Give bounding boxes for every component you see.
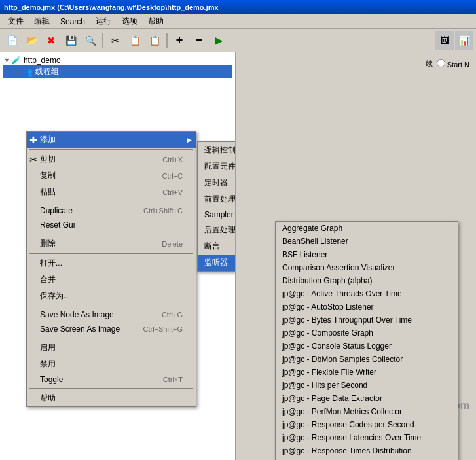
ctx-config-element[interactable]: 配置元件 xyxy=(198,158,236,175)
ctx-open[interactable]: 打开... xyxy=(27,255,196,272)
add-button[interactable]: + xyxy=(170,31,189,50)
browse-button[interactable]: 🔍 xyxy=(81,31,100,50)
ctx-enable[interactable]: 启用 xyxy=(27,340,196,356)
menu-bar: 文件 编辑 Search 运行 选项 帮助 xyxy=(0,14,476,29)
ctx-reset-gui[interactable]: Reset Gui xyxy=(27,218,196,232)
new-button[interactable]: 📄 xyxy=(3,31,21,50)
listener-autostop[interactable]: jp@gc - AutoStop Listener xyxy=(276,300,458,313)
listener-console-status[interactable]: jp@gc - Console Status Logger xyxy=(276,340,458,353)
save-button[interactable]: 💾 xyxy=(62,31,80,50)
sep3 xyxy=(29,234,193,234)
left-panel: ▼ 🧪 http_demo ▼ 👥 线程组 ✚ 添加 逻辑控制器 配置元件 xyxy=(0,52,236,460)
sep2 xyxy=(29,202,193,202)
main-area: ▼ 🧪 http_demo ▼ 👥 线程组 ✚ 添加 逻辑控制器 配置元件 xyxy=(0,52,476,460)
remove-button[interactable]: − xyxy=(190,31,208,50)
cut-icon: ✂ xyxy=(29,154,37,165)
status-area: 续 Start N xyxy=(426,59,469,69)
listener-perfmon[interactable]: jp@gc - PerfMon Metrics Collector xyxy=(276,405,458,418)
ctx-reset-gui-label: Reset Gui xyxy=(40,221,75,230)
ctx-add[interactable]: ✚ 添加 逻辑控制器 配置元件 定时器 前置处理器 Sampler 后置处理器 … xyxy=(27,132,196,148)
listener-page-data[interactable]: jp@gc - Page Data Extractor xyxy=(276,392,458,405)
sep6 xyxy=(29,338,193,338)
listener-response-times-over[interactable]: jp@gc - Response Times Over Time xyxy=(276,457,458,460)
listener-bytes-throughput[interactable]: jp@gc - Bytes Throughput Over Time xyxy=(276,313,458,327)
menu-help[interactable]: 帮助 xyxy=(143,14,169,28)
ctx-post-processor[interactable]: 后置处理器 xyxy=(198,222,236,238)
ctx-toggle[interactable]: Toggle Ctrl+T xyxy=(27,372,196,387)
ctx-cut[interactable]: ✂ 剪切 Ctrl+X xyxy=(27,151,196,168)
listener-flexible-file[interactable]: jp@gc - Flexible File Writer xyxy=(276,366,458,379)
ctx-listener[interactable]: 监听器 xyxy=(198,255,236,271)
run-button[interactable]: ▶ xyxy=(210,31,228,50)
tree-root: ▼ 🧪 http_demo ▼ 👥 线程组 xyxy=(0,52,235,80)
toolbar: 📄 📂 ✖ 💾 🔍 ✂ 📋 📋 + − ▶ 🖼 📊 xyxy=(0,29,476,52)
menu-options[interactable]: 选项 xyxy=(117,14,143,28)
menu-edit[interactable]: 编辑 xyxy=(29,14,55,28)
listener-response-times-dist[interactable]: jp@gc - Response Times Distribution xyxy=(276,444,458,457)
ctx-copy[interactable]: 复制 Ctrl+C xyxy=(27,168,196,184)
ctx-save-screen-image-label: Save Screen As Image xyxy=(40,325,120,334)
listener-response-codes[interactable]: jp@gc - Response Codes per Second xyxy=(276,418,458,431)
ctx-help-label: 帮助 xyxy=(40,393,56,404)
listener-beanshell[interactable]: BeanShell Listener xyxy=(276,235,458,248)
title-text: http_demo.jmx (C:\Users\wangfang.wf\Desk… xyxy=(4,3,219,11)
listener-aggregate-graph[interactable]: Aggregate Graph xyxy=(276,222,458,235)
ctx-delete[interactable]: 删除 Delete xyxy=(27,236,196,252)
copy-shortcut: Ctrl+C xyxy=(162,172,183,180)
listener-comparison-assertion[interactable]: Comparison Assertion Visualizer xyxy=(276,261,458,274)
listener-submenu: Aggregate Graph BeanShell Listener BSF L… xyxy=(275,221,458,460)
open-button[interactable]: 📂 xyxy=(22,31,41,50)
listener-response-latencies[interactable]: jp@gc - Response Latencies Over Time xyxy=(276,431,458,444)
listener-bsf[interactable]: BSF Listener xyxy=(276,248,458,261)
ctx-open-label: 打开... xyxy=(40,258,62,269)
root-icon: 🧪 xyxy=(11,56,21,65)
ctx-copy-label: 复制 xyxy=(40,170,56,181)
ctx-assertion[interactable]: 断言 xyxy=(198,238,236,255)
cut-button[interactable]: ✂ xyxy=(106,31,124,50)
toggle-shortcut: Ctrl+T xyxy=(163,376,183,383)
ctx-save-screen-image[interactable]: Save Screen As Image Ctrl+Shift+G xyxy=(27,322,196,336)
start-label: Start N xyxy=(447,61,469,69)
ctx-merge[interactable]: 合并 xyxy=(27,272,196,288)
extra-btn2[interactable]: 📊 xyxy=(455,31,473,50)
ctx-disable[interactable]: 禁用 xyxy=(27,356,196,372)
listener-hits-per-second[interactable]: jp@gc - Hits per Second xyxy=(276,379,458,392)
ctx-paste-label: 粘贴 xyxy=(40,186,56,198)
start-radio[interactable] xyxy=(437,59,445,67)
title-bar: http_demo.jmx (C:\Users\wangfang.wf\Desk… xyxy=(0,0,476,14)
ctx-duplicate-label: Duplicate xyxy=(40,206,73,215)
ctx-help[interactable]: 帮助 xyxy=(27,390,196,406)
listener-distribution-graph[interactable]: Distribution Graph (alpha) xyxy=(276,274,458,287)
copy-button[interactable]: 📋 xyxy=(126,31,144,50)
ctx-logic-controller[interactable]: 逻辑控制器 xyxy=(198,142,236,158)
ctx-disable-label: 禁用 xyxy=(40,359,56,370)
separator2 xyxy=(166,33,168,48)
ctx-add-label: 添加 xyxy=(40,134,56,145)
ctx-sampler[interactable]: Sampler xyxy=(198,207,236,222)
ctx-pre-processor[interactable]: 前置处理器 xyxy=(198,191,236,207)
cut-shortcut: Ctrl+X xyxy=(162,156,183,164)
tree-node-root[interactable]: ▼ 🧪 http_demo xyxy=(3,55,232,65)
close-button[interactable]: ✖ xyxy=(42,31,60,50)
extra-btn1[interactable]: 🖼 xyxy=(435,31,454,50)
listener-active-threads[interactable]: jp@gc - Active Threads Over Time xyxy=(276,287,458,300)
ctx-timer[interactable]: 定时器 xyxy=(198,175,236,191)
ctx-cut-label: 剪切 xyxy=(40,154,56,165)
save-screen-shortcut: Ctrl+Shift+G xyxy=(143,325,183,333)
ctx-duplicate[interactable]: Duplicate Ctrl+Shift+C xyxy=(27,203,196,218)
sep1 xyxy=(29,149,193,150)
paste-button[interactable]: 📋 xyxy=(145,31,164,50)
ctx-save-as[interactable]: 保存为... xyxy=(27,288,196,304)
menu-file[interactable]: 文件 xyxy=(3,14,29,28)
listener-composite-graph[interactable]: jp@gc - Composite Graph xyxy=(276,327,458,340)
ctx-save-node-image[interactable]: Save Node As Image Ctrl+G xyxy=(27,308,196,322)
add-icon: ✚ xyxy=(29,135,37,145)
menu-run[interactable]: 运行 xyxy=(90,14,117,28)
ctx-delete-label: 删除 xyxy=(40,238,56,249)
tree-node-threadgroup[interactable]: ▼ 👥 线程组 xyxy=(3,65,232,78)
ctx-paste[interactable]: 粘贴 Ctrl+V xyxy=(27,184,196,200)
sep5 xyxy=(29,306,193,306)
menu-search[interactable]: Search xyxy=(55,16,90,27)
threadgroup-icon: 👥 xyxy=(23,67,33,77)
listener-dbmon[interactable]: jp@gc - DbMon Samples Collector xyxy=(276,353,458,366)
